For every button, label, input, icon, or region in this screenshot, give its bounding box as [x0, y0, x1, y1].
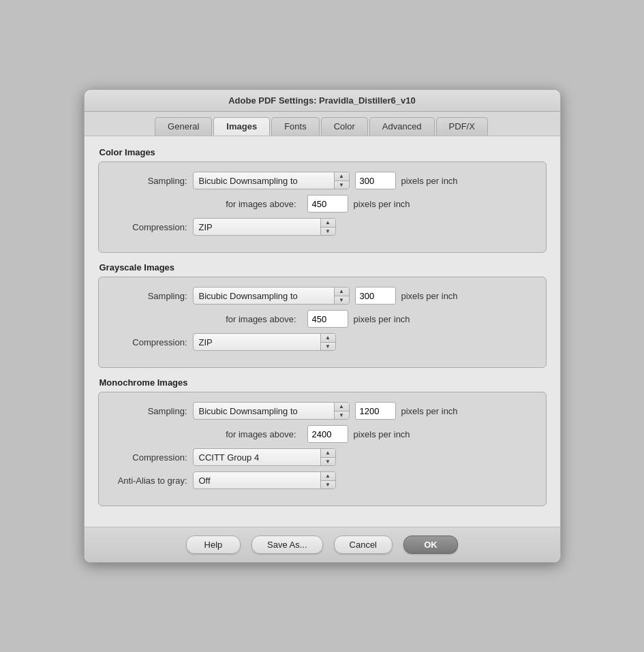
monochrome-images-label: Monochrome Images — [99, 377, 547, 388]
color-compression-select[interactable]: ZIP JPEG JPEG2000 Automatic — [193, 218, 336, 236]
color-sampling-row: Sampling: Bicubic Downsampling to Averag… — [111, 172, 534, 189]
gray-compression-select[interactable]: ZIP JPEG JPEG2000 Automatic — [193, 333, 336, 351]
color-sampling-select-wrapper: Bicubic Downsampling to Average Downsamp… — [193, 172, 350, 189]
color-compression-select-wrapper: ZIP JPEG JPEG2000 Automatic ▲ ▼ — [193, 218, 336, 236]
tab-fonts[interactable]: Fonts — [271, 117, 320, 136]
mono-above-row: for images above: pixels per inch — [111, 425, 534, 443]
tab-content: Color Images Sampling: Bicubic Downsampl… — [85, 136, 560, 527]
mono-sampling-select-wrapper: Bicubic Downsampling to Average Downsamp… — [193, 402, 350, 420]
color-above-dpi-input[interactable] — [307, 195, 348, 213]
bottom-bar: Help Save As... Cancel OK — [85, 527, 560, 562]
mono-sampling-dpi-input[interactable] — [355, 402, 396, 420]
tab-bar: General Images Fonts Color Advanced PDF/… — [85, 112, 560, 136]
grayscale-images-section: Sampling: Bicubic Downsampling to Averag… — [98, 277, 547, 368]
cancel-button[interactable]: Cancel — [334, 535, 393, 554]
tab-color[interactable]: Color — [321, 117, 368, 136]
mono-antialias-row: Anti-Alias to gray: Off 2 bit 4 bit ▲ ▼ — [111, 471, 534, 489]
tab-pdfx[interactable]: PDF/X — [436, 117, 488, 136]
color-compression-label: Compression: — [111, 222, 193, 232]
window-title: Adobe PDF Settings: Pravidla_Distiller6_… — [228, 95, 416, 106]
color-compression-row: Compression: ZIP JPEG JPEG2000 Automatic… — [111, 218, 534, 236]
title-bar: Adobe PDF Settings: Pravidla_Distiller6_… — [85, 90, 560, 112]
help-button[interactable]: Help — [186, 535, 241, 554]
color-sampling-unit: pixels per inch — [401, 176, 458, 186]
color-images-label: Color Images — [99, 147, 547, 157]
mono-above-dpi-input[interactable] — [307, 425, 348, 443]
monochrome-images-section: Sampling: Bicubic Downsampling to Averag… — [98, 392, 547, 506]
gray-above-row: for images above: pixels per inch — [111, 310, 534, 328]
grayscale-images-label: Grayscale Images — [99, 262, 547, 273]
mono-compression-select-wrapper: CCITT Group 4 CCITT Group 3 ZIP LZW Run … — [193, 448, 336, 466]
gray-sampling-dpi-input[interactable] — [355, 287, 396, 305]
ok-button[interactable]: OK — [403, 535, 458, 554]
color-above-unit: pixels per inch — [354, 199, 410, 209]
gray-compression-label: Compression: — [111, 337, 193, 347]
gray-sampling-select-wrapper: Bicubic Downsampling to Average Downsamp… — [193, 287, 350, 305]
tab-images[interactable]: Images — [213, 117, 270, 136]
color-above-row: for images above: pixels per inch — [111, 195, 534, 213]
mono-antialias-select[interactable]: Off 2 bit 4 bit — [193, 471, 336, 489]
tab-general[interactable]: General — [155, 117, 212, 136]
mono-above-label: for images above: — [111, 429, 302, 439]
mono-sampling-row: Sampling: Bicubic Downsampling to Averag… — [111, 402, 534, 420]
mono-sampling-label: Sampling: — [111, 406, 193, 416]
gray-sampling-label: Sampling: — [111, 291, 193, 301]
gray-sampling-select[interactable]: Bicubic Downsampling to Average Downsamp… — [193, 287, 350, 305]
mono-compression-label: Compression: — [111, 452, 193, 463]
mono-compression-select[interactable]: CCITT Group 4 CCITT Group 3 ZIP LZW Run … — [193, 448, 336, 466]
mono-above-unit: pixels per inch — [354, 429, 410, 439]
gray-above-label: for images above: — [111, 314, 302, 324]
color-sampling-dpi-input[interactable] — [355, 172, 396, 189]
mono-sampling-unit: pixels per inch — [401, 406, 458, 416]
dialog-window: Adobe PDF Settings: Pravidla_Distiller6_… — [84, 89, 561, 563]
gray-above-dpi-input[interactable] — [307, 310, 348, 328]
tab-advanced[interactable]: Advanced — [369, 117, 435, 136]
color-sampling-label: Sampling: — [111, 176, 193, 186]
gray-compression-select-wrapper: ZIP JPEG JPEG2000 Automatic ▲ ▼ — [193, 333, 336, 351]
mono-sampling-select[interactable]: Bicubic Downsampling to Average Downsamp… — [193, 402, 350, 420]
gray-sampling-unit: pixels per inch — [401, 291, 458, 301]
color-images-section: Sampling: Bicubic Downsampling to Averag… — [98, 161, 547, 253]
gray-above-unit: pixels per inch — [354, 314, 410, 324]
color-above-label: for images above: — [111, 199, 302, 209]
save-as-button[interactable]: Save As... — [251, 535, 323, 554]
gray-compression-row: Compression: ZIP JPEG JPEG2000 Automatic… — [111, 333, 534, 351]
mono-compression-row: Compression: CCITT Group 4 CCITT Group 3… — [111, 448, 534, 466]
gray-sampling-row: Sampling: Bicubic Downsampling to Averag… — [111, 287, 534, 305]
mono-antialias-select-wrapper: Off 2 bit 4 bit ▲ ▼ — [193, 471, 336, 489]
mono-antialias-label: Anti-Alias to gray: — [111, 476, 193, 486]
color-sampling-select[interactable]: Bicubic Downsampling to Average Downsamp… — [193, 172, 350, 189]
